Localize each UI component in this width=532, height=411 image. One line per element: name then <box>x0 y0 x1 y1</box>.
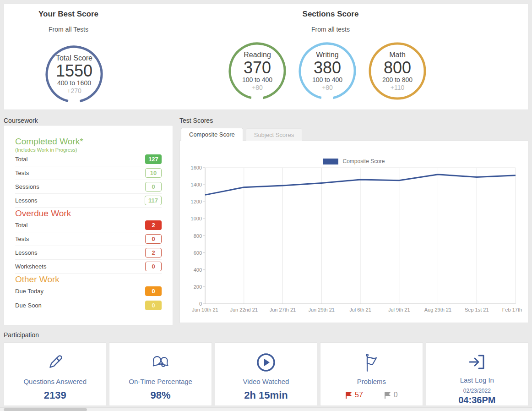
other-work-heading: Other Work <box>15 274 162 285</box>
card-label: Last Log In <box>460 376 494 384</box>
count-badge: 127 <box>145 154 162 164</box>
overdue-work-heading: Overdue Work <box>15 208 162 219</box>
pennant-flag-icon <box>361 351 382 374</box>
svg-text:800: 800 <box>194 233 202 239</box>
svg-text:Jun 29th 21: Jun 29th 21 <box>309 307 335 312</box>
coursework-row: Tests 10 <box>15 166 162 180</box>
row-label: Tests <box>15 236 29 242</box>
svg-text:Sep 1st 21: Sep 1st 21 <box>465 307 489 312</box>
row-label: Due Today <box>15 288 43 295</box>
coursework-row: Total 127 <box>15 153 162 166</box>
sections-score-subtitle: From all tests <box>133 26 528 33</box>
row-label: Total <box>15 156 27 163</box>
row-label: Worksheets <box>15 263 46 270</box>
red-flag-value: 57 <box>355 391 363 399</box>
row-label: Tests <box>15 170 29 176</box>
gray-flag-icon <box>384 391 391 399</box>
tab-composite-score[interactable]: Composite Score <box>181 128 243 141</box>
gray-flag-value: 0 <box>394 391 398 399</box>
math-score-circle: Math 800 200 to 800 +110 <box>369 42 426 100</box>
score-ring-icon <box>228 42 286 100</box>
last-login-card: Last Log In 02/23/2022 04:36PM <box>426 342 528 406</box>
completed-work-subheading: (Includes Work in Progress) <box>15 147 162 153</box>
score-ring-icon <box>299 42 356 100</box>
count-badge: 2 <box>145 248 162 258</box>
participation-section-label: Participation <box>4 331 39 339</box>
coursework-row: Tests 0 <box>15 232 162 246</box>
score-ring-icon <box>369 42 426 100</box>
coursework-row: Total 2 <box>15 219 162 232</box>
count-badge: 0 <box>145 182 162 192</box>
svg-text:1400: 1400 <box>191 182 202 187</box>
video-watched-card: Video Watched 2h 15min <box>215 342 317 406</box>
on-time-percentage-card: On-Time Percentage 98% <box>109 342 212 406</box>
coursework-row: Due Today 0 <box>15 285 162 298</box>
card-label: Video Watched <box>243 378 289 385</box>
coursework-row: Sessions 0 <box>15 180 162 194</box>
coursework-row: Lessons 2 <box>15 246 162 260</box>
scores-panel: Your Best Score From all Tests Total Sco… <box>4 4 528 110</box>
svg-text:200: 200 <box>194 284 202 290</box>
section-circles-row: Reading 370 100 to 400 +80 Writing 380 1… <box>133 42 528 100</box>
problems-card: Problems 57 0 <box>320 342 423 406</box>
row-label: Lessons <box>15 197 37 204</box>
card-value: 2h 15min <box>244 389 288 401</box>
count-badge: 0 <box>145 234 162 244</box>
problem-flags: 57 0 <box>345 391 398 399</box>
sections-score-block: Sections Score From all tests Reading 37… <box>133 4 528 110</box>
sections-score-title: Sections Score <box>133 10 528 19</box>
count-badge: 0 <box>145 262 162 271</box>
svg-text:400: 400 <box>194 267 202 273</box>
svg-text:Jul 6th 21: Jul 6th 21 <box>349 307 371 312</box>
card-label: On-Time Percentage <box>129 378 192 385</box>
participation-row: Questions Answered 2139 On-Time Percenta… <box>4 342 528 406</box>
completed-work-heading: Completed Work* <box>15 137 162 147</box>
card-value: 2139 <box>44 389 66 401</box>
scrollbar-thumb[interactable] <box>4 408 87 411</box>
play-circle-icon <box>255 351 277 374</box>
questions-answered-card: Questions Answered 2139 <box>4 342 106 406</box>
coursework-section-label: Coursework <box>4 117 38 124</box>
last-login-date: 02/23/2022 <box>463 388 491 394</box>
count-badge: 0 <box>145 286 162 296</box>
horizontal-scrollbar[interactable] <box>0 407 532 411</box>
svg-text:Aug 29th 21: Aug 29th 21 <box>424 307 451 312</box>
composite-score-chart-card: Composite Score 020040060080010001200140… <box>179 140 528 323</box>
row-label: Total <box>15 222 27 229</box>
coursework-row: Lessons 117 <box>15 194 162 208</box>
total-score-circle: Total Score 1550 400 to 1600 +270 <box>45 45 103 103</box>
best-score-title: Your Best Score <box>4 10 133 19</box>
pencil-icon <box>44 351 65 374</box>
card-value: 98% <box>151 389 171 401</box>
card-label: Questions Answered <box>23 378 87 385</box>
svg-text:Feb 17th 22: Feb 17th 22 <box>502 307 523 312</box>
svg-text:1000: 1000 <box>191 216 202 221</box>
card-label: Problems <box>357 378 386 385</box>
row-label: Due Soon <box>15 302 42 309</box>
count-badge: 0 <box>145 301 162 310</box>
red-flag-icon <box>345 391 352 399</box>
svg-text:Jun 10th 21: Jun 10th 21 <box>192 307 218 312</box>
red-flag-count: 57 <box>345 391 363 399</box>
svg-text:1600: 1600 <box>191 165 202 170</box>
count-badge: 10 <box>145 168 162 178</box>
count-badge: 117 <box>145 196 162 205</box>
svg-text:Jun 22nd 21: Jun 22nd 21 <box>230 307 258 312</box>
svg-text:1200: 1200 <box>191 199 202 204</box>
coursework-card: Completed Work* (Includes Work in Progre… <box>4 125 173 325</box>
svg-text:600: 600 <box>194 250 202 256</box>
svg-text:0: 0 <box>199 301 202 307</box>
svg-text:Jun 27th 21: Jun 27th 21 <box>270 307 296 312</box>
coursework-row: Due Soon 0 <box>15 298 162 312</box>
gray-flag-count: 0 <box>384 391 398 399</box>
row-label: Sessions <box>15 183 39 190</box>
row-label: Lessons <box>15 249 37 256</box>
best-score-subtitle: From all Tests <box>4 26 133 33</box>
svg-text:Jul 9th 21: Jul 9th 21 <box>388 307 410 312</box>
tab-subject-scores[interactable]: Subject Scores <box>246 128 302 141</box>
score-ring-icon <box>45 45 103 103</box>
coursework-row: Worksheets 0 <box>15 260 162 274</box>
composite-score-line-chart: 02004006008001000120014001600Jun 10th 21… <box>185 164 523 317</box>
last-login-time: 04:36PM <box>458 395 495 406</box>
login-icon <box>467 351 488 373</box>
